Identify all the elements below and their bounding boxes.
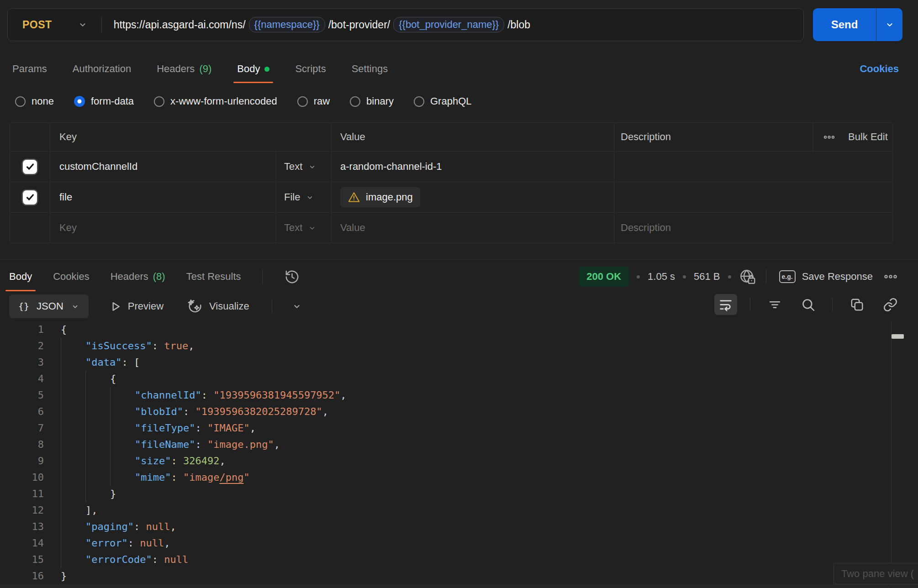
tab-label: Body (237, 63, 260, 75)
status-bar-edge (0, 585, 918, 588)
tab-body[interactable]: Body (237, 55, 269, 83)
radio-icon (154, 96, 164, 107)
url-segment: /bot-provider/ (328, 19, 390, 31)
body-type-radios: noneform-datax-www-form-urlencodedrawbin… (15, 89, 472, 114)
tab-headers[interactable]: Headers(8) (111, 262, 165, 291)
radio-binary[interactable]: binary (350, 95, 394, 107)
line-number: 6 (0, 404, 44, 420)
request-tabs: ParamsAuthorizationHeaders(9)BodyScripts… (12, 55, 388, 83)
key-field[interactable]: file (50, 182, 275, 212)
checkbox[interactable] (23, 190, 37, 205)
tab-settings[interactable]: Settings (352, 55, 388, 83)
indent-guide (85, 404, 110, 420)
code-tokens: ], (85, 502, 98, 519)
row-select-cell (10, 152, 50, 182)
filter-button[interactable] (763, 294, 786, 315)
code-tokens: "data": [ (85, 354, 140, 371)
radio-none[interactable]: none (15, 95, 54, 107)
file-chip[interactable]: image.png (340, 187, 420, 207)
chevron-down-icon[interactable] (292, 301, 302, 311)
description-field[interactable] (614, 152, 892, 182)
link-button[interactable] (879, 294, 902, 315)
code-line: 5"channelId": "1939596381945597952", (0, 387, 890, 404)
checkbox[interactable] (23, 160, 37, 174)
wrap-text-button[interactable] (714, 294, 737, 315)
radio-x-www-form-urlencoded[interactable]: x-www-form-urlencoded (154, 95, 277, 107)
search-button[interactable] (797, 294, 819, 315)
description-field[interactable]: Description (614, 213, 892, 243)
tab-authorization[interactable]: Authorization (73, 55, 131, 83)
value-text: Value (340, 222, 365, 234)
code-line: 12], (0, 502, 890, 519)
url-segment: https://api.asgard-ai.com/ns/ (114, 19, 246, 31)
method-select[interactable]: POST (8, 9, 101, 41)
code-tokens: "mime": "image/png" (135, 469, 250, 486)
tab-params[interactable]: Params (12, 55, 47, 83)
indent-guide (61, 420, 85, 436)
code-line: 11} (0, 486, 890, 502)
value-field[interactable]: image.png (332, 182, 614, 212)
radio-raw[interactable]: raw (297, 95, 330, 107)
more-options-icon[interactable] (883, 269, 898, 284)
send-options-button[interactable] (876, 8, 902, 41)
tab-label: Scripts (295, 63, 326, 75)
key-text: file (59, 191, 72, 203)
radio-label: form-data (91, 95, 134, 107)
type-dropdown[interactable]: Text (275, 213, 332, 243)
indent-guide (85, 469, 110, 486)
type-label: Text (284, 222, 302, 234)
tab-count: (9) (199, 63, 211, 75)
url-input[interactable]: https://api.asgard-ai.com/ns/{{namespace… (114, 17, 803, 32)
url-variable: {{bot_provider_name}} (393, 17, 504, 32)
divider (272, 299, 272, 313)
type-dropdown[interactable]: Text (275, 152, 332, 182)
key-field[interactable]: Key (50, 213, 275, 243)
tab-body[interactable]: Body (9, 262, 32, 291)
indent-guide (61, 404, 85, 420)
chevron-down-icon (885, 20, 895, 30)
history-icon[interactable] (284, 268, 301, 285)
value-field[interactable]: a-random-channel-id-1 (332, 152, 614, 182)
table-row: fileFileimage.png (10, 182, 892, 212)
radio-GraphQL[interactable]: GraphQL (414, 95, 472, 107)
value-field[interactable]: Value (332, 213, 614, 243)
description-field[interactable] (614, 182, 892, 212)
visualize-label: Visualize (209, 300, 249, 312)
save-response-button[interactable]: e.g. Save Response (776, 270, 876, 284)
tab-cookies[interactable]: Cookies (53, 262, 89, 291)
description-text: Description (621, 222, 671, 234)
scrollbar-thumb[interactable] (892, 334, 904, 339)
response-viewer-toolbar: {} JSON Preview Visualize (9, 294, 302, 319)
response-tabs: BodyCookiesHeaders(8)Test Results (9, 262, 301, 291)
format-dropdown[interactable]: {} JSON (9, 294, 89, 318)
cookies-link[interactable]: Cookies (860, 55, 899, 83)
bulk-edit-button[interactable]: Bulk Edit (813, 123, 892, 151)
indent-guide (61, 338, 85, 354)
tab-test-results[interactable]: Test Results (186, 262, 241, 291)
key-field[interactable]: customChannelId (50, 152, 275, 182)
copy-button[interactable] (845, 294, 868, 315)
tab-scripts[interactable]: Scripts (295, 55, 326, 83)
code-tokens: "errorCode": null (85, 551, 188, 568)
radio-form-data[interactable]: form-data (74, 95, 134, 107)
indent-guide (85, 436, 110, 453)
type-dropdown[interactable]: File (275, 182, 332, 212)
network-lock-icon[interactable] (739, 268, 756, 285)
dot-separator (637, 275, 640, 278)
indent-guide (61, 453, 85, 469)
indent-guide (61, 354, 85, 371)
code-tokens: "paging": null, (85, 519, 176, 535)
code-line: 7"fileType": "IMAGE", (0, 420, 890, 436)
send-button[interactable]: Send (813, 8, 876, 41)
code-tokens: "blobId": "1939596382025289728", (135, 404, 328, 420)
code-content: ], (61, 502, 98, 519)
tab-headers[interactable]: Headers(9) (157, 55, 211, 83)
preview-button[interactable]: Preview (106, 299, 166, 314)
code-tokens: "fileType": "IMAGE", (135, 420, 256, 436)
code-content: "isSuccess": true, (61, 338, 194, 354)
radio-icon (74, 96, 85, 107)
visualize-button[interactable]: Visualize (184, 298, 252, 315)
radio-icon (414, 96, 424, 107)
preview-label: Preview (128, 300, 164, 312)
send-split-button: Send (813, 8, 902, 41)
